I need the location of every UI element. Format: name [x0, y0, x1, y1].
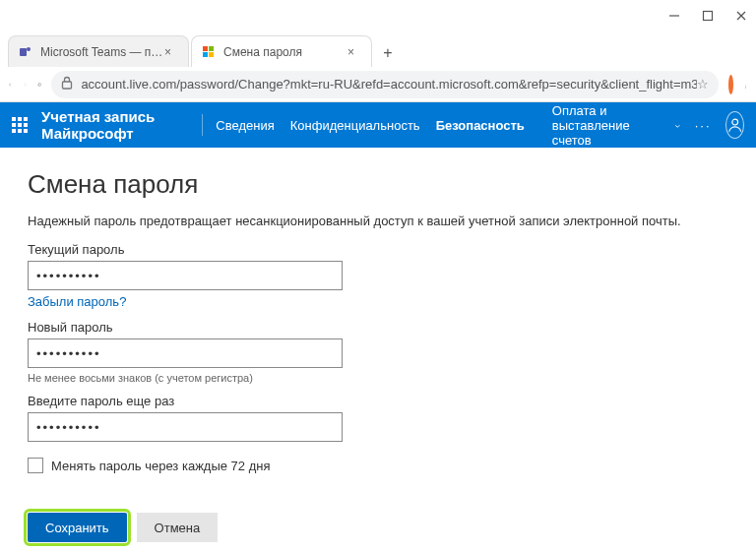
- maximize-icon[interactable]: [701, 9, 715, 23]
- separator: [202, 114, 203, 136]
- svg-rect-9: [209, 52, 214, 57]
- teams-icon: [19, 45, 32, 59]
- svg-point-13: [745, 88, 746, 89]
- svg-point-5: [27, 47, 31, 51]
- nav-billing-label: Оплата и выставление счетов: [552, 103, 670, 148]
- extension-icon[interactable]: [728, 75, 733, 94]
- browser-menu-icon[interactable]: [743, 76, 748, 93]
- forgot-password-link[interactable]: Забыли пароль?: [28, 294, 126, 309]
- svg-rect-6: [203, 46, 208, 51]
- save-button[interactable]: Сохранить: [28, 513, 127, 542]
- forward-button[interactable]: [23, 75, 28, 94]
- nav-billing[interactable]: Оплата и выставление счетов: [552, 103, 681, 148]
- new-tab-button[interactable]: +: [374, 39, 402, 67]
- chevron-down-icon: [674, 118, 681, 133]
- app-launcher-icon[interactable]: [12, 117, 28, 133]
- password-hint: Не менее восьми знаков (с учетом регистр…: [28, 372, 728, 384]
- microsoft-icon: [202, 45, 216, 59]
- svg-rect-4: [20, 48, 27, 56]
- svg-point-12: [745, 87, 746, 88]
- nav-security[interactable]: Безопасность: [436, 118, 525, 133]
- new-password-label: Новый пароль: [28, 320, 728, 335]
- nav-privacy[interactable]: Конфиденциальность: [290, 118, 420, 133]
- minimize-icon[interactable]: [667, 9, 681, 23]
- tab-teams[interactable]: Microsoft Teams — программа д ×: [8, 35, 189, 67]
- window-titlebar: [0, 0, 756, 31]
- current-password-input[interactable]: ••••••••••: [28, 261, 343, 290]
- confirm-password-input[interactable]: ••••••••••: [28, 412, 343, 442]
- ms-header: Учетная запись Майкрософт Сведения Конфи…: [0, 102, 756, 148]
- tab-title: Microsoft Teams — программа д: [40, 45, 164, 59]
- tab-password-change[interactable]: Смена пароля ×: [191, 35, 372, 67]
- page-title: Смена пароля: [28, 169, 728, 200]
- close-icon[interactable]: [734, 9, 748, 23]
- rotate-password-checkbox-row[interactable]: Менять пароль через каждые 72 дня: [28, 458, 728, 473]
- checkbox-icon[interactable]: [28, 458, 43, 473]
- header-nav: Сведения Конфиденциальность Безопасность: [216, 118, 524, 133]
- back-button[interactable]: [8, 75, 13, 94]
- nav-info[interactable]: Сведения: [216, 118, 274, 133]
- page-content: Смена пароля Надежный пароль предотвраща…: [0, 148, 756, 553]
- confirm-password-label: Введите пароль еще раз: [28, 394, 728, 408]
- more-icon[interactable]: ···: [695, 118, 712, 133]
- url-text: account.live.com/password/Change?mkt=ru-…: [81, 77, 697, 92]
- page-description: Надежный пароль предотвращает несанкцион…: [28, 214, 728, 228]
- omnibox[interactable]: account.live.com/password/Change?mkt=ru-…: [51, 71, 719, 98]
- new-password-input[interactable]: ••••••••••: [28, 338, 343, 368]
- svg-point-11: [745, 85, 746, 86]
- address-bar: account.live.com/password/Change?mkt=ru-…: [0, 67, 756, 102]
- avatar[interactable]: [725, 111, 744, 139]
- bookmark-icon[interactable]: ☆: [697, 77, 709, 92]
- lock-icon: [61, 76, 73, 92]
- svg-rect-8: [203, 52, 208, 57]
- tab-close-icon[interactable]: ×: [164, 45, 178, 59]
- svg-rect-1: [704, 12, 713, 21]
- svg-rect-7: [209, 46, 214, 51]
- reload-button[interactable]: [37, 75, 42, 94]
- current-password-label: Текущий пароль: [28, 242, 728, 257]
- tab-close-icon[interactable]: ×: [347, 45, 361, 59]
- tab-title: Смена пароля: [223, 45, 347, 59]
- svg-point-14: [731, 119, 737, 125]
- svg-rect-10: [63, 82, 72, 89]
- cancel-button[interactable]: Отмена: [137, 513, 219, 542]
- brand-title[interactable]: Учетная запись Майкрософт: [41, 108, 182, 142]
- checkbox-label: Менять пароль через каждые 72 дня: [51, 459, 270, 473]
- action-buttons: Сохранить Отмена: [28, 513, 728, 542]
- tab-strip: Microsoft Teams — программа д × Смена па…: [0, 31, 756, 67]
